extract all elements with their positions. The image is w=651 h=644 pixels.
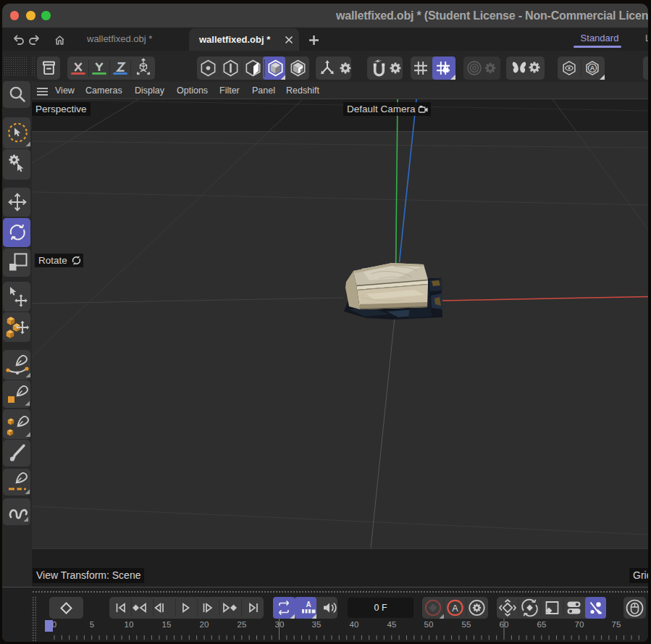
svg-text:A: A	[590, 64, 595, 72]
